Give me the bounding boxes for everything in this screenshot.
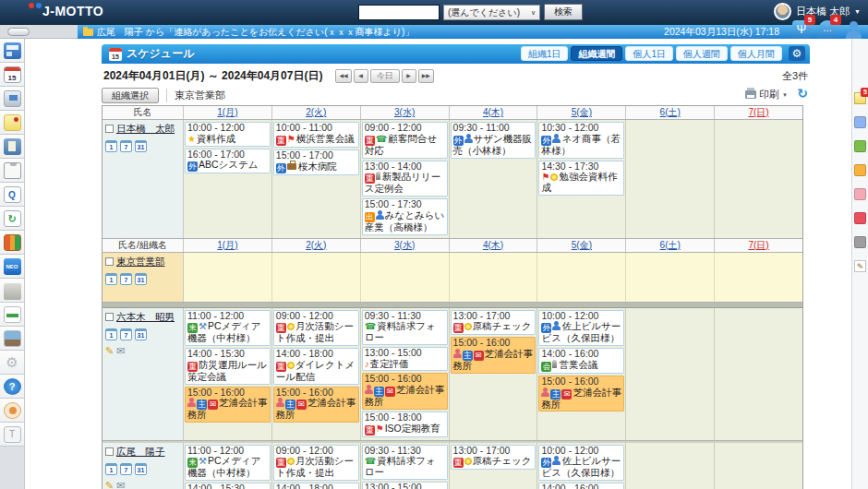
- schedule-entry[interactable]: 15:00 - 16:00主✉芝浦会計事務所: [538, 376, 624, 412]
- notice-message[interactable]: 広尾 陽子 から「連絡があったことをお伝えください(ｘｘｘ商事様より)」: [97, 25, 414, 39]
- schedule-entry[interactable]: 11:00 - 12:00来⚒PCメディア機器（中村様）: [185, 310, 271, 347]
- search-category-select[interactable]: (選んでください)∨: [443, 5, 540, 20]
- day-link[interactable]: 5(金): [572, 107, 592, 117]
- mini-calendar-31-icon[interactable]: 31: [135, 463, 147, 475]
- workflow-sidebar-item[interactable]: ↻: [0, 207, 24, 231]
- swatch-red[interactable]: [854, 212, 866, 224]
- schedule-entry[interactable]: 13:00 - 15:00♪査定評価: [362, 347, 448, 372]
- settings-sidebar-item[interactable]: ⚙: [0, 351, 24, 375]
- search-input[interactable]: [358, 5, 440, 20]
- row-checkbox[interactable]: [105, 447, 114, 456]
- swatch-pink[interactable]: [854, 188, 866, 200]
- mini-calendar-7-icon[interactable]: 7: [120, 273, 132, 285]
- collapse-pill-button[interactable]: [7, 28, 30, 36]
- portal-sidebar-item[interactable]: [0, 39, 24, 63]
- member-name-link[interactable]: 日本橋 太郎: [116, 123, 175, 134]
- print-button[interactable]: 印刷 ▼: [745, 88, 788, 101]
- day-link[interactable]: 4(木): [483, 107, 503, 117]
- schedule-entry[interactable]: 15:00 - 17:30出みなとみらい産業（高橋様）: [362, 198, 448, 235]
- schedule-entry[interactable]: 14:30 - 17:30⚑勉強会資料作成: [538, 161, 624, 196]
- schedule-entry[interactable]: 14:00 - 18:00重ダイレクトメール配信: [273, 483, 359, 489]
- mini-calendar-7-icon[interactable]: 7: [120, 140, 132, 152]
- schedule-entry[interactable]: 09:00 - 12:00重月次活動シート作成・提出: [273, 445, 359, 482]
- schedule-entry[interactable]: 09:30 - 11:30☎資料請求フォロー: [362, 445, 448, 480]
- ad1-sidebar-item[interactable]: [0, 303, 24, 327]
- nav-button-0[interactable]: ◀◀: [335, 69, 351, 83]
- jmotto-logo[interactable]: J-MOTTO: [28, 3, 103, 18]
- nav-button-1[interactable]: ◀: [354, 69, 368, 83]
- row-checkbox[interactable]: [105, 125, 114, 133]
- chat-icon[interactable]: …4: [818, 20, 837, 39]
- schedule-sidebar-item[interactable]: 15: [0, 63, 24, 87]
- device-sidebar-item[interactable]: [0, 87, 24, 111]
- view-button-個人1日[interactable]: 個人1日: [625, 46, 673, 61]
- schedule-entry[interactable]: 15:00 - 18:00重⚑ISO定期教育: [362, 411, 448, 437]
- day-link[interactable]: 4(木): [483, 240, 503, 250]
- edit-pencil-icon[interactable]: ✎: [854, 260, 866, 272]
- mini-calendar-1-icon[interactable]: 1: [105, 140, 117, 152]
- schedule-entry[interactable]: 15:00 - 16:00主✉芝浦会計事務所: [451, 337, 536, 374]
- memo-tool-icon[interactable]: ✎: [105, 480, 114, 489]
- schedule-entry[interactable]: 14:00 - 16:00会営業会議: [538, 483, 624, 489]
- schedule-entry[interactable]: 13:00 - 17:00重原稿チェック: [451, 310, 536, 336]
- ad2-sidebar-item[interactable]: [0, 327, 24, 351]
- gear-icon[interactable]: ⚙: [789, 46, 805, 61]
- org-name-label[interactable]: 東京営業部: [166, 89, 225, 102]
- help-sidebar-item[interactable]: ?: [0, 375, 24, 399]
- schedule-entry[interactable]: 14:00 - 16:00会営業会議: [538, 348, 624, 374]
- support-sidebar-item[interactable]: [0, 399, 24, 423]
- schedule-entry[interactable]: 15:00 - 16:00主✉芝浦会計事務所: [185, 387, 271, 423]
- memo-tool-icon[interactable]: ✎: [105, 345, 114, 357]
- day-link[interactable]: 7(日): [748, 240, 768, 250]
- view-button-組織週間[interactable]: 組織週間: [571, 46, 622, 61]
- mini-calendar-7-icon[interactable]: 7: [120, 463, 132, 475]
- member-name-link[interactable]: 広尾 陽子: [116, 446, 165, 457]
- view-button-個人月間[interactable]: 個人月間: [730, 46, 782, 61]
- mini-calendar-1-icon[interactable]: 1: [105, 463, 117, 475]
- search-button[interactable]: 検索: [544, 4, 583, 20]
- schedule-entry[interactable]: 14:00 - 15:30重防災運用ルール策定会議: [185, 348, 271, 385]
- schedule-entry[interactable]: 13:00 - 15:00♪査定評価: [362, 482, 448, 489]
- refresh-icon[interactable]: ↻: [797, 86, 808, 101]
- swatch-blue[interactable]: [854, 116, 866, 128]
- schedule-entry[interactable]: 10:00 - 11:00重⚑横浜営業会議: [273, 122, 359, 148]
- mini-calendar-31-icon[interactable]: 31: [135, 140, 147, 152]
- schedule-entry[interactable]: 15:00 - 16:00主✉芝浦会計事務所: [273, 387, 359, 423]
- row-checkbox[interactable]: [105, 313, 114, 321]
- library-sidebar-item[interactable]: [0, 231, 24, 255]
- day-link[interactable]: 6(土): [660, 107, 681, 117]
- neo-sidebar-item[interactable]: NEO: [0, 255, 24, 279]
- schedule-entry[interactable]: 13:00 - 17:00重原稿チェック: [451, 445, 536, 471]
- broadcast-icon[interactable]: Ψ5: [792, 20, 811, 39]
- schedule-entry[interactable]: 14:00 - 18:00重ダイレクトメール配信: [273, 348, 359, 385]
- cabinet-sidebar-item[interactable]: [0, 135, 24, 159]
- schedule-entry[interactable]: 11:00 - 12:00来⚒PCメディア機器（中村様）: [185, 445, 271, 482]
- folder-sidebar-item[interactable]: [0, 279, 24, 303]
- schedule-entry[interactable]: 09:30 - 11:30☎資料請求フォロー: [362, 310, 448, 345]
- view-button-組織1日[interactable]: 組織1日: [521, 46, 569, 61]
- day-link[interactable]: 1(月): [217, 240, 237, 250]
- text-sidebar-item[interactable]: T: [0, 423, 24, 447]
- schedule-entry[interactable]: 13:00 - 14:00重新製品リリース定例会: [362, 161, 448, 197]
- memo-sidebar-item[interactable]: [0, 111, 24, 135]
- row-checkbox[interactable]: [105, 257, 114, 266]
- schedule-entry[interactable]: 09:00 - 12:00重☎顧客問合せ対応: [362, 122, 448, 159]
- mini-calendar-31-icon[interactable]: 31: [135, 328, 147, 340]
- schedule-entry[interactable]: 15:00 - 16:00主✉芝浦会計事務所: [362, 373, 448, 410]
- schedule-entry[interactable]: 16:00 - 17:00外ABCシステム: [185, 149, 271, 174]
- day-link[interactable]: 3(水): [394, 107, 415, 117]
- schedule-entry[interactable]: 14:00 - 15:30重防災運用ルール策定会議: [185, 483, 271, 489]
- view-button-個人週間[interactable]: 個人週間: [676, 46, 728, 61]
- day-link[interactable]: 6(土): [660, 240, 681, 250]
- schedule-entry[interactable]: 10:30 - 12:00外ネオ商事（若林様）: [538, 122, 624, 159]
- org-select-button[interactable]: 組織選択: [102, 88, 159, 103]
- user-menu[interactable]: 日本橋 太郎 ▼: [774, 3, 861, 20]
- mail-tool-icon[interactable]: ✉: [116, 480, 125, 489]
- day-link[interactable]: 7(日): [748, 107, 768, 117]
- sticky-note-icon[interactable]: 5: [854, 92, 866, 104]
- mini-calendar-1-icon[interactable]: 1: [105, 273, 117, 285]
- schedule-entry[interactable]: 09:00 - 12:00重月次活動シート作成・提出: [273, 310, 359, 347]
- swatch-orange[interactable]: [854, 164, 866, 176]
- nav-button-3[interactable]: ▶: [402, 69, 416, 83]
- day-link[interactable]: 1(月): [217, 107, 237, 117]
